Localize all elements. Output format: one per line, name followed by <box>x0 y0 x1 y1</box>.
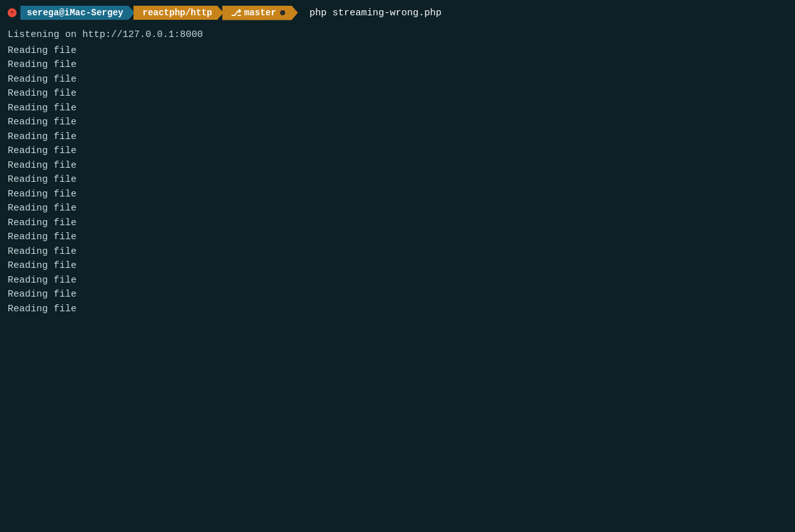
reading-file-line-13: Reading file <box>8 216 787 231</box>
reading-file-line-14: Reading file <box>8 230 787 245</box>
path-label: reactphp/http <box>142 8 212 18</box>
terminal-output: Listening on http://127.0.0.1:8000 Readi… <box>0 26 795 532</box>
branch-segment: ⎇ master <box>222 6 297 20</box>
reading-file-line-12: Reading file <box>8 202 787 216</box>
command-label: php streaming-wrong.php <box>309 8 442 18</box>
listening-line: Listening on http://127.0.0.1:8000 <box>8 28 787 43</box>
terminal-window: ✕ serega@iMac-Sergey reactphp/http ⎇ mas… <box>0 0 795 532</box>
reading-file-line-4: Reading file <box>8 87 787 101</box>
reading-file-line-6: Reading file <box>8 115 787 130</box>
title-bar: ✕ serega@iMac-Sergey reactphp/http ⎇ mas… <box>0 0 795 26</box>
reading-file-line-9: Reading file <box>8 159 787 174</box>
reading-file-line-8: Reading file <box>8 144 787 159</box>
close-icon: ✕ <box>10 10 14 16</box>
reading-file-line-10: Reading file <box>8 173 787 188</box>
user-host-segment: serega@iMac-Sergey <box>20 6 135 20</box>
reading-file-line-19: Reading file <box>8 302 787 317</box>
dirty-indicator <box>280 10 285 15</box>
reading-file-line-2: Reading file <box>8 58 787 73</box>
reading-file-line-16: Reading file <box>8 259 787 274</box>
prompt: serega@iMac-Sergey reactphp/http ⎇ maste… <box>20 6 298 20</box>
reading-file-line-18: Reading file <box>8 288 787 302</box>
branch-label: master <box>244 8 276 18</box>
path-segment: reactphp/http <box>133 6 223 20</box>
reading-file-line-11: Reading file <box>8 188 787 202</box>
reading-file-line-1: Reading file <box>8 44 787 59</box>
reading-file-line-7: Reading file <box>8 130 787 145</box>
reading-file-line-15: Reading file <box>8 245 787 260</box>
close-button[interactable]: ✕ <box>8 8 17 17</box>
user-host-label: serega@iMac-Sergey <box>27 8 123 18</box>
git-icon: ⎇ <box>231 8 241 18</box>
reading-file-line-5: Reading file <box>8 101 787 116</box>
reading-file-line-17: Reading file <box>8 274 787 288</box>
reading-file-line-3: Reading file <box>8 73 787 87</box>
